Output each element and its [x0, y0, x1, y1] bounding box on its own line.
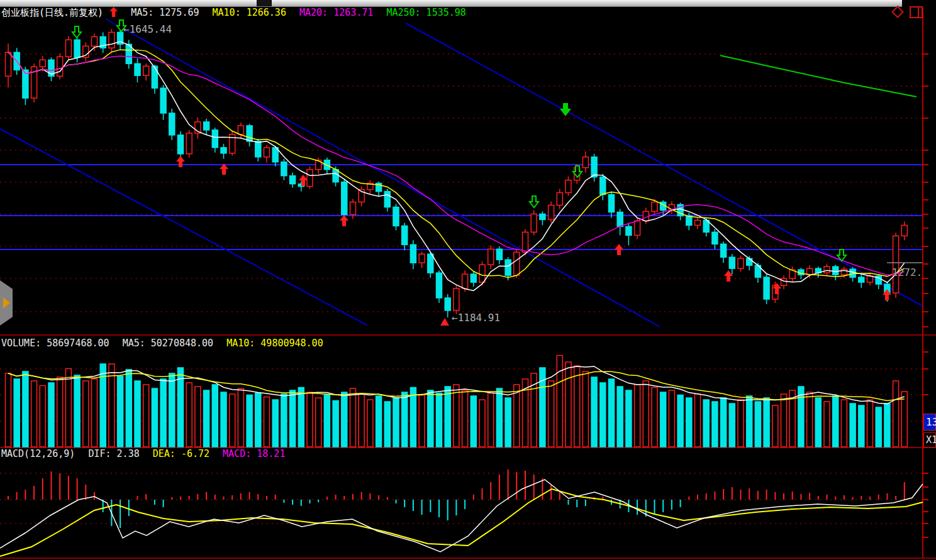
title-bar-strip	[0, 0, 902, 7]
macd-layer	[0, 469, 923, 556]
volume-bars-layer	[6, 356, 908, 447]
trough-marker-icon	[440, 318, 449, 326]
macd-params-readout: MACD(12,26,9)	[1, 448, 75, 459]
expand-arrow-icon	[3, 297, 10, 309]
signal-layer	[72, 20, 891, 300]
price-panel-header: 创业板指(日线.前复权) MA5: 1275.69 MA10: 1266.36 …	[1, 7, 474, 19]
volume-ma10-readout: MA10: 49800948.00	[226, 338, 323, 349]
zoom-badge[interactable]: X1	[923, 432, 936, 447]
red-up-arrow-icon	[109, 7, 118, 17]
price-ma-layer	[8, 41, 905, 290]
svg-text:←1645.44: ←1645.44	[123, 23, 172, 35]
macd-value-readout: MACD: 18.21	[223, 448, 285, 459]
svg-text:1272.: 1272.	[892, 266, 922, 278]
dea-readout: DEA: -6.72	[153, 448, 209, 459]
ma20-readout: MA20: 1263.71	[299, 7, 373, 18]
sell-arrow-icon	[72, 26, 81, 38]
chart-canvas[interactable]: ←1645.44←1184.911272.	[0, 0, 936, 560]
dif-readout: DIF: 2.38	[88, 448, 139, 459]
volume-ma5-readout: MA5: 50270848.00	[123, 338, 214, 349]
instrument-title: 创业板指(日线.前复权)	[1, 7, 103, 18]
buy-arrow-icon	[176, 156, 185, 167]
sell-arrow-icon	[561, 104, 570, 115]
sell-arrow-icon	[530, 196, 538, 207]
title-bar-notch	[257, 0, 272, 6]
candlestick-layer	[6, 29, 908, 317]
buy-arrow-icon	[724, 270, 733, 282]
chart-window: 创业板指(日线.前复权) MA5: 1275.69 MA10: 1266.36 …	[0, 0, 936, 560]
svg-text:←1184.91: ←1184.91	[452, 312, 500, 324]
ma250-readout: MA250: 1535.98	[386, 7, 465, 18]
ma10-readout: MA10: 1266.36	[213, 7, 286, 18]
volume-readout: VOLUME: 58697468.00	[1, 338, 109, 349]
volume-panel-header: VOLUME: 58697468.00 MA5: 50270848.00 MA1…	[1, 338, 331, 349]
layout-icon-divider	[918, 8, 919, 17]
layout-icon[interactable]	[910, 6, 923, 18]
ma5-readout: MA5: 1275.69	[131, 7, 199, 18]
buy-arrow-icon	[340, 215, 348, 226]
scale-badge[interactable]: 13	[923, 414, 936, 431]
macd-panel-header: MACD(12,26,9) DIF: 2.38 DEA: -6.72 MACD:…	[1, 448, 292, 459]
buy-arrow-icon	[615, 244, 623, 255]
